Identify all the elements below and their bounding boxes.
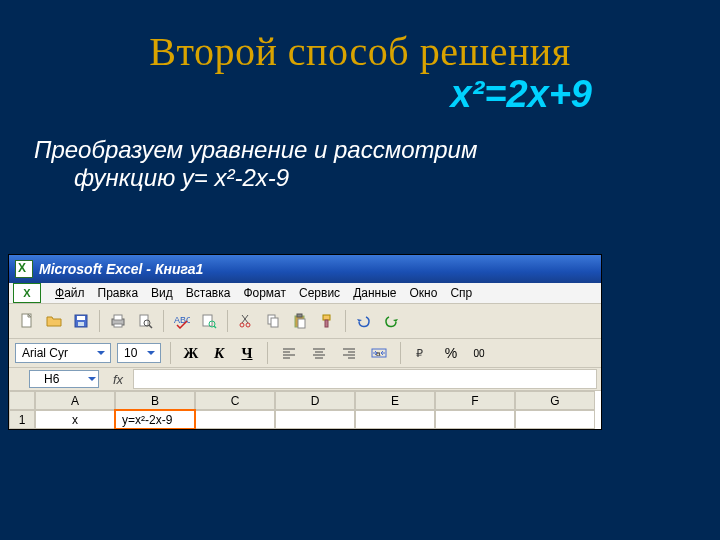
font-size-value: 10 — [124, 346, 137, 360]
format-painter-icon[interactable] — [315, 309, 339, 333]
menu-edit[interactable]: Правка — [93, 285, 144, 301]
redo-icon[interactable] — [379, 309, 403, 333]
row-header-1[interactable]: 1 — [9, 410, 35, 429]
toolbar-separator — [227, 310, 228, 332]
formula-bar: H6 fx — [9, 368, 601, 391]
bold-button[interactable]: Ж — [180, 342, 202, 364]
formatting-toolbar: Arial Cyr 10 Ж К Ч a ₽ % 00 — [9, 339, 601, 368]
save-icon[interactable] — [69, 309, 93, 333]
standard-toolbar: ABC — [9, 304, 601, 339]
toolbar-separator — [345, 310, 346, 332]
svg-rect-23 — [323, 315, 330, 320]
open-icon[interactable] — [42, 309, 66, 333]
svg-rect-6 — [114, 324, 122, 327]
svg-rect-22 — [298, 319, 305, 328]
equation-line: х²=2х+9 — [0, 73, 720, 116]
underline-button[interactable]: Ч — [236, 342, 258, 364]
name-box-value: H6 — [44, 372, 59, 386]
excel-app-icon — [15, 260, 33, 278]
svg-rect-24 — [325, 320, 328, 327]
svg-rect-5 — [114, 315, 122, 320]
excel-window: Microsoft Excel - Книга1 Файл Правка Вид… — [8, 254, 602, 430]
cell-e1[interactable] — [355, 410, 435, 429]
svg-rect-21 — [297, 314, 302, 317]
align-right-icon[interactable] — [337, 341, 361, 365]
body-text: Преобразуем уравнение и рассмотрим функц… — [0, 116, 720, 192]
fx-label[interactable]: fx — [103, 372, 133, 387]
menu-file[interactable]: Файл — [50, 285, 90, 301]
svg-line-13 — [214, 326, 216, 328]
window-titlebar: Microsoft Excel - Книга1 — [9, 255, 601, 283]
currency-icon[interactable]: ₽ — [410, 341, 434, 365]
spellcheck-icon[interactable]: ABC — [170, 309, 194, 333]
percent-button[interactable]: % — [440, 342, 462, 364]
menu-format[interactable]: Формат — [238, 285, 291, 301]
align-left-icon[interactable] — [277, 341, 301, 365]
svg-rect-11 — [203, 315, 212, 326]
toolbar-separator — [163, 310, 164, 332]
thousands-button[interactable]: 00 — [468, 342, 490, 364]
align-center-icon[interactable] — [307, 341, 331, 365]
workbook-icon — [13, 283, 41, 303]
chevron-down-icon — [144, 346, 158, 360]
cell-d1[interactable] — [275, 410, 355, 429]
formula-input[interactable] — [133, 369, 597, 389]
col-header-e[interactable]: E — [355, 391, 435, 410]
toolbar-separator — [400, 342, 401, 364]
col-header-a[interactable]: A — [35, 391, 115, 410]
cell-b1[interactable]: y=x²-2x-9 — [115, 410, 195, 429]
name-box[interactable]: H6 — [29, 370, 99, 388]
font-name-combo[interactable]: Arial Cyr — [15, 343, 111, 363]
research-icon[interactable] — [197, 309, 221, 333]
cell-f1[interactable] — [435, 410, 515, 429]
merge-center-icon[interactable]: a — [367, 341, 391, 365]
slide-title: Второй способ решения — [0, 0, 720, 75]
new-doc-icon[interactable] — [15, 309, 39, 333]
menu-window[interactable]: Окно — [404, 285, 442, 301]
chevron-down-icon — [88, 375, 96, 383]
column-header-row: A B C D E F G — [9, 391, 601, 410]
menu-data[interactable]: Данные — [348, 285, 401, 301]
cell-a1[interactable]: x — [35, 410, 115, 429]
svg-rect-19 — [271, 318, 278, 327]
cut-icon[interactable] — [234, 309, 258, 333]
col-header-c[interactable]: C — [195, 391, 275, 410]
menu-insert[interactable]: Вставка — [181, 285, 236, 301]
menu-view[interactable]: Вид — [146, 285, 178, 301]
chevron-down-icon — [94, 346, 108, 360]
svg-text:ABC: ABC — [174, 315, 190, 325]
select-all-corner[interactable] — [9, 391, 35, 410]
toolbar-separator — [170, 342, 171, 364]
print-icon[interactable] — [106, 309, 130, 333]
toolbar-separator — [267, 342, 268, 364]
print-preview-icon[interactable] — [133, 309, 157, 333]
col-header-f[interactable]: F — [435, 391, 515, 410]
body-line-2: функцию y= x²-2x-9 — [34, 164, 289, 192]
font-size-combo[interactable]: 10 — [117, 343, 161, 363]
svg-rect-2 — [77, 316, 85, 320]
menu-help[interactable]: Спр — [445, 285, 477, 301]
slide: Второй способ решения х²=2х+9 Преобразуе… — [0, 0, 720, 540]
paste-icon[interactable] — [288, 309, 312, 333]
col-header-g[interactable]: G — [515, 391, 595, 410]
table-row: 1 x y=x²-2x-9 — [9, 410, 601, 429]
svg-point-17 — [246, 323, 250, 327]
menu-bar: Файл Правка Вид Вставка Формат Сервис Да… — [9, 283, 601, 304]
spreadsheet-grid: A B C D E F G 1 x y=x²-2x-9 — [9, 391, 601, 429]
italic-button[interactable]: К — [208, 342, 230, 364]
window-title-text: Microsoft Excel - Книга1 — [39, 261, 203, 277]
svg-text:₽: ₽ — [416, 347, 423, 359]
svg-point-16 — [240, 323, 244, 327]
cell-g1[interactable] — [515, 410, 595, 429]
col-header-d[interactable]: D — [275, 391, 355, 410]
toolbar-separator — [99, 310, 100, 332]
copy-icon[interactable] — [261, 309, 285, 333]
svg-line-9 — [149, 325, 152, 328]
body-line-1: Преобразуем уравнение и рассмотрим — [34, 136, 477, 163]
col-header-b[interactable]: B — [115, 391, 195, 410]
cell-c1[interactable] — [195, 410, 275, 429]
font-name-value: Arial Cyr — [22, 346, 68, 360]
menu-tools[interactable]: Сервис — [294, 285, 345, 301]
undo-icon[interactable] — [352, 309, 376, 333]
svg-rect-3 — [78, 322, 84, 326]
